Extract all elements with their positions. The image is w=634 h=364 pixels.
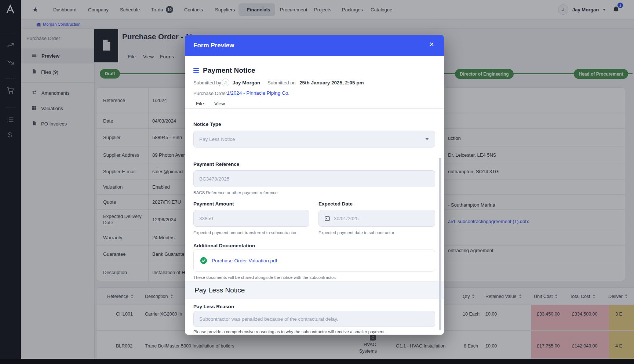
payment-amount-helper: Expected payment amount transferred to s… [193, 230, 296, 235]
additional-documentation-helper: These documents will be shared alongside… [193, 275, 336, 280]
submitted-on-label: Submitted on [267, 80, 296, 85]
submitter-avatar: J [222, 79, 229, 86]
content-top-divider [190, 112, 439, 112]
submitted-by-value: Jay Morgan [233, 80, 260, 85]
calendar-icon [324, 215, 330, 221]
form-preview-modal: Form Preview × Payment Notice Submitted … [185, 35, 444, 335]
tabs-divider [185, 108, 444, 109]
pay-less-reason-helper: Please provide a comprehensive reasoning… [193, 330, 386, 334]
expected-date-label: Expected Date [318, 201, 353, 207]
modal-header: Form Preview [185, 35, 444, 56]
payment-amount-value: 33850 [199, 216, 213, 221]
notice-type-select[interactable]: Pay Less Notice [193, 131, 435, 148]
section-title: Pay Less Notice [194, 286, 245, 294]
documentation-box: Purchase-Order-Valuation.pdf [193, 250, 435, 272]
submitted-on-value: 25th January 2025, 2:05 pm [299, 80, 364, 85]
expected-date-helper: Expected payment date to subcontractor [318, 230, 394, 235]
po-label: Purchase Order [193, 91, 227, 96]
app-screen: $ ★ Dashboard Company Schedule To-do 10 … [0, 0, 634, 364]
notice-type-label: Notice Type [193, 121, 221, 127]
submitter-initial: J [225, 80, 226, 85]
form-title: Payment Notice [203, 66, 255, 74]
pay-less-reason-label: Pay Less Reason [193, 304, 234, 309]
po-link[interactable]: 1/2024 - Pinnacle Piping Co. [227, 90, 289, 96]
expected-date-input[interactable]: 30/01/2025 [318, 210, 435, 227]
payment-reference-value: BC3478/2025 [199, 176, 230, 182]
payment-amount-label: Payment Amount [193, 201, 234, 207]
form-lines-icon [193, 67, 199, 74]
close-icon[interactable]: × [429, 40, 434, 48]
check-circle-icon [200, 257, 207, 264]
payment-reference-input[interactable]: BC3478/2025 [193, 170, 435, 187]
chevron-down-icon [425, 138, 429, 140]
pay-less-reason-input[interactable]: Subcontractor was penalized because of t… [193, 311, 435, 327]
pay-less-notice-section: Pay Less Notice [185, 281, 444, 299]
additional-documentation-label: Additional Documentation [193, 243, 255, 248]
payment-amount-input[interactable]: 33850 [193, 210, 309, 227]
attached-file-link[interactable]: Purchase-Order-Valuation.pdf [212, 258, 277, 263]
payment-reference-label: Payment Reference [193, 161, 239, 167]
modal-tab-file[interactable]: File [196, 101, 204, 106]
submitted-by-label: Submitted by [193, 80, 221, 85]
modal-title: Form Preview [193, 42, 234, 49]
pay-less-reason-value: Subcontractor was penalized because of t… [199, 316, 338, 322]
notice-type-value: Pay Less Notice [199, 136, 235, 142]
expected-date-value: 30/01/2025 [334, 216, 359, 221]
modal-scrollbar[interactable] [439, 158, 441, 330]
payment-reference-helper: BACS Reference or other payment referenc… [193, 190, 277, 195]
modal-tab-view[interactable]: View [214, 101, 225, 106]
